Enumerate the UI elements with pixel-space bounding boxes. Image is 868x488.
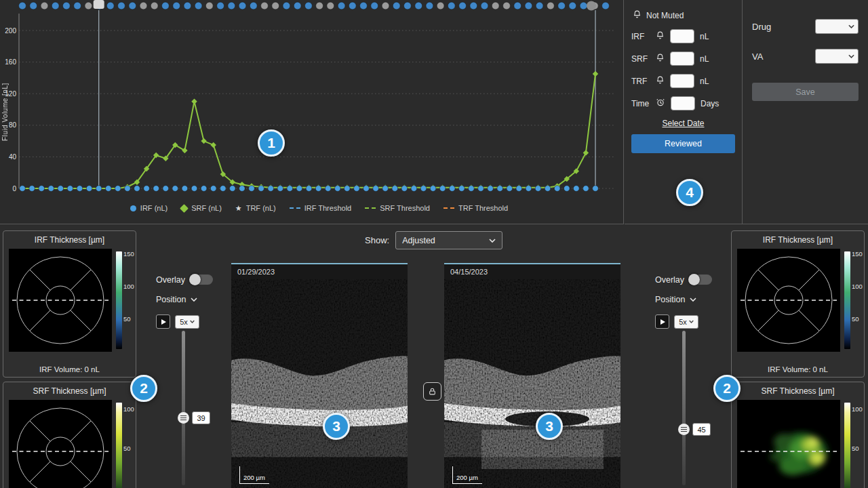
reviewed-button[interactable]: Reviewed [631, 134, 735, 153]
timeline-dot[interactable] [162, 2, 170, 9]
legend-item-5[interactable]: TRF Threshold [443, 204, 508, 212]
overlay-toggle-left[interactable] [190, 274, 213, 285]
timeline-dot[interactable] [349, 2, 356, 9]
timeline-dot[interactable] [63, 2, 71, 9]
timeline-slider-handle-left[interactable] [94, 0, 104, 9]
bell-icon[interactable] [656, 30, 665, 42]
timeline-dot[interactable] [41, 2, 48, 9]
timeline-dot[interactable] [525, 2, 532, 9]
timeline-dot[interactable] [151, 2, 158, 9]
timeline-dot[interactable] [140, 2, 147, 9]
save-button[interactable]: Save [752, 83, 859, 101]
timeline-dot[interactable] [514, 2, 521, 9]
timeline-dot[interactable] [470, 2, 477, 9]
timeline-dot[interactable] [536, 2, 543, 9]
timeline-dot[interactable] [239, 2, 246, 9]
chevron-down-icon[interactable] [690, 298, 696, 302]
bscan-index-right[interactable] [692, 423, 711, 436]
irf-map-canvas-right[interactable] [737, 249, 840, 352]
colorbar-tick: 100 [123, 405, 134, 413]
bscan-slider-handle-right[interactable] [678, 424, 690, 435]
bscan-slider-handle-left[interactable] [178, 412, 189, 424]
timeline-dot[interactable] [217, 2, 224, 9]
time-threshold-input[interactable] [671, 96, 695, 110]
trf-unit-label: nL [700, 77, 709, 86]
timeline-dot[interactable] [106, 2, 114, 9]
timeline-dot[interactable] [338, 2, 345, 9]
timeline-dot[interactable] [129, 2, 136, 9]
legend-item-2[interactable]: ★TRF (nL) [235, 204, 276, 212]
srf-threshold-input[interactable] [670, 52, 694, 66]
timeline-dot[interactable] [305, 2, 313, 9]
timeline-dot[interactable] [85, 2, 92, 9]
trf-threshold-input[interactable] [670, 74, 694, 88]
timeline-dot[interactable] [74, 2, 81, 9]
timeline-dot[interactable] [448, 2, 455, 9]
legend-item-1[interactable]: SRF (nL) [181, 204, 222, 212]
timeline-dot[interactable] [426, 2, 433, 9]
timeline-dot[interactable] [404, 2, 412, 9]
oct-image-right[interactable]: 200 µm [444, 279, 620, 488]
overlay-toggle-right[interactable] [689, 274, 712, 285]
timeline-dot[interactable] [283, 2, 290, 9]
timeline-dot[interactable] [437, 2, 444, 9]
timeline-dot[interactable] [602, 2, 610, 9]
bscan-index-left[interactable] [192, 411, 210, 424]
timeline-dot[interactable] [272, 2, 279, 9]
chevron-down-icon[interactable] [191, 298, 197, 302]
timeline-dot[interactable] [205, 2, 213, 9]
scan-date-right: 04/15/2023 [444, 264, 620, 279]
play-button-right[interactable] [655, 314, 669, 329]
timeline-dot[interactable] [184, 2, 191, 9]
irf-map-canvas-left[interactable] [9, 249, 112, 352]
timeline-dot[interactable] [250, 2, 257, 9]
play-button-left[interactable] [156, 314, 170, 329]
timeline-dot[interactable] [415, 2, 422, 9]
srf-map-canvas-left[interactable] [9, 400, 112, 488]
timeline-dot[interactable] [382, 2, 389, 9]
speed-select-right[interactable]: 5x [674, 315, 698, 329]
legend-item-0[interactable]: IRF (nL) [130, 204, 167, 212]
bell-icon[interactable] [656, 53, 665, 64]
va-select[interactable] [815, 49, 859, 64]
timeline-dot[interactable] [492, 2, 499, 9]
legend-item-4[interactable]: SRF Threshold [365, 204, 430, 212]
timeline-dot[interactable] [118, 2, 125, 9]
timeline-dot[interactable] [19, 2, 26, 9]
timeline-dot[interactable] [569, 2, 576, 9]
timeline-dot[interactable] [580, 2, 587, 9]
timeline-dot[interactable] [393, 2, 400, 9]
timeline-dot[interactable] [294, 2, 301, 9]
timeline-dot[interactable] [481, 2, 488, 9]
oct-image-left[interactable]: 200 µm [231, 279, 408, 488]
alarm-clock-icon[interactable] [656, 98, 665, 109]
show-select[interactable]: Adjusted [395, 231, 502, 249]
drug-select[interactable] [815, 19, 859, 34]
timeline-dot[interactable] [371, 2, 378, 9]
timeline-dot[interactable] [558, 2, 566, 9]
timeline-slider-handle-right[interactable] [587, 1, 596, 11]
chart-plot[interactable]: 04080120160200 [0, 0, 624, 198]
timeline-dot[interactable] [327, 2, 334, 9]
lock-button[interactable] [423, 382, 441, 401]
timeline-dot[interactable] [503, 2, 511, 9]
select-date-link[interactable]: Select Date [631, 119, 735, 128]
bscan-slider-left[interactable] [182, 331, 185, 485]
srf-map-canvas-right[interactable] [737, 400, 840, 488]
map-title: IRF Thickness [µm] [3, 235, 136, 245]
timeline-dot[interactable] [547, 2, 555, 9]
timeline-dot[interactable] [316, 2, 323, 9]
timeline-dot[interactable] [459, 2, 467, 9]
timeline-dot[interactable] [261, 2, 269, 9]
bscan-slider-right[interactable] [682, 331, 686, 485]
timeline-dot[interactable] [173, 2, 180, 9]
irf-threshold-input[interactable] [670, 29, 694, 43]
speed-select-left[interactable]: 5x [175, 315, 199, 329]
timeline-dot[interactable] [30, 2, 37, 9]
bell-icon[interactable] [656, 75, 665, 87]
timeline-dot[interactable] [228, 2, 235, 9]
timeline-dot[interactable] [360, 2, 368, 9]
timeline-dot[interactable] [52, 2, 59, 9]
timeline-dot[interactable] [195, 2, 202, 9]
legend-item-3[interactable]: IRF Threshold [290, 204, 352, 212]
